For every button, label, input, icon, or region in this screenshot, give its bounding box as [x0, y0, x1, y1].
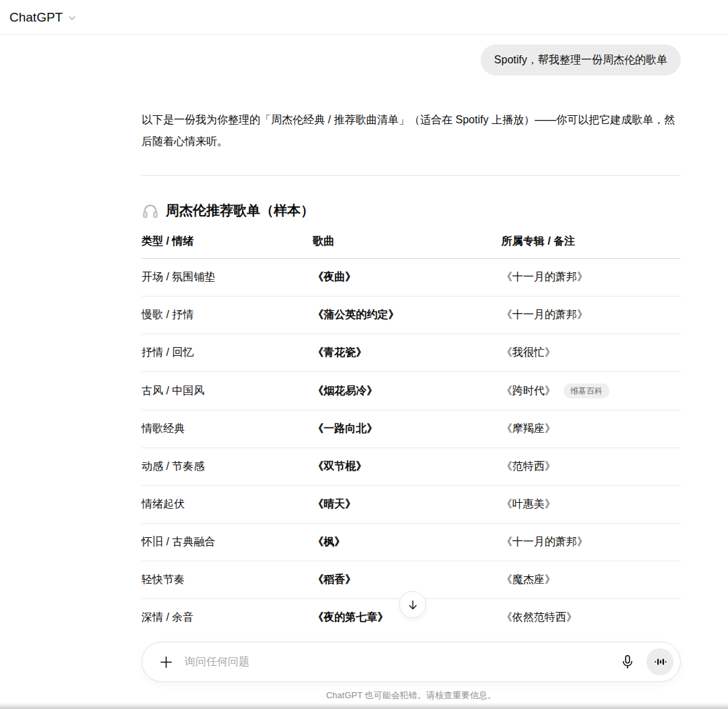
row-album: 《依然范特西》 [502, 611, 681, 625]
table-row: 抒情 / 回忆 《青花瓷》 《我很忙》 [142, 334, 681, 372]
row-type: 动感 / 节奏感 [142, 460, 313, 474]
row-album: 《叶惠美》 [502, 497, 681, 512]
row-album-text: 《十一月的萧邦》 [502, 270, 588, 284]
column-header-type: 类型 / 情绪 [142, 235, 313, 249]
row-album-text: 《十一月的萧邦》 [502, 535, 588, 549]
table-row: 情绪起伏 《晴天》 《叶惠美》 [142, 486, 681, 524]
column-header-album: 所属专辑 / 备注 [502, 235, 681, 249]
top-bar: ChatGPT [0, 0, 728, 35]
table-row: 开场 / 氛围铺垫 《夜曲》 《十一月的萧邦》 [142, 259, 681, 297]
row-album-text: 《十一月的萧邦》 [502, 308, 588, 322]
attach-button[interactable] [158, 654, 174, 670]
row-album-text: 《我很忙》 [502, 346, 555, 360]
plus-icon [158, 654, 174, 670]
column-header-song: 歌曲 [313, 235, 502, 249]
scroll-to-bottom-button[interactable] [399, 591, 426, 618]
row-type: 抒情 / 回忆 [142, 346, 313, 360]
voice-mode-button[interactable] [646, 648, 673, 675]
row-song: 《夜曲》 [313, 270, 502, 284]
playlist-heading: 周杰伦推荐歌单（样本） [142, 202, 681, 220]
row-album: 《十一月的萧邦》 [502, 270, 681, 284]
user-message-bubble: Spotify，帮我整理一份周杰伦的歌单 [481, 44, 681, 75]
model-switcher-button[interactable]: ChatGPT [9, 10, 78, 25]
row-album-text: 《魔杰座》 [502, 573, 555, 587]
table-row: 情歌经典 《一路向北》 《摩羯座》 [142, 410, 681, 448]
row-song: 《晴天》 [313, 497, 502, 512]
voice-waveform-icon [653, 655, 667, 669]
bottom-edge-fade [0, 703, 728, 709]
disclaimer-text: ChatGPT 也可能会犯错。请核查重要信息。 [142, 689, 681, 702]
row-album: 《跨时代》 维基百科 [502, 383, 681, 398]
conversation-area: Spotify，帮我整理一份周杰伦的歌单 以下是一份我为你整理的「周杰伦经典 /… [142, 44, 681, 636]
row-song: 《青花瓷》 [313, 346, 502, 360]
table-row: 动感 / 节奏感 《双节棍》 《范特西》 [142, 448, 681, 486]
row-song: 《蒲公英的约定》 [313, 308, 502, 322]
playlist-table: 类型 / 情绪 歌曲 所属专辑 / 备注 开场 / 氛围铺垫 《夜曲》 《十一月… [142, 235, 681, 636]
row-album: 《十一月的萧邦》 [502, 308, 681, 322]
chevron-down-icon [67, 13, 78, 24]
table-header-row: 类型 / 情绪 歌曲 所属专辑 / 备注 [142, 235, 681, 259]
row-type: 情歌经典 [142, 422, 313, 436]
table-row: 慢歌 / 抒情 《蒲公英的约定》 《十一月的萧邦》 [142, 297, 681, 334]
table-row: 古风 / 中国风 《烟花易冷》 《跨时代》 维基百科 [142, 372, 681, 410]
row-type: 轻快节奏 [142, 573, 313, 587]
row-album-text: 《跨时代》 [502, 384, 555, 398]
row-album: 《十一月的萧邦》 [502, 535, 681, 549]
playlist-heading-text: 周杰伦推荐歌单（样本） [166, 202, 314, 220]
source-badge[interactable]: 维基百科 [564, 383, 609, 398]
row-album: 《摩羯座》 [502, 422, 681, 436]
row-song: 《稻香》 [313, 573, 502, 587]
row-album-text: 《范特西》 [502, 460, 555, 474]
table-row: 怀旧 / 古典融合 《枫》 《十一月的萧邦》 [142, 524, 681, 561]
row-album-text: 《摩羯座》 [502, 422, 555, 436]
table-body: 开场 / 氛围铺垫 《夜曲》 《十一月的萧邦》 慢歌 / 抒情 《蒲公英的约定》… [142, 259, 681, 636]
app-title: ChatGPT [9, 10, 63, 25]
row-album: 《魔杰座》 [502, 573, 681, 587]
row-song: 《枫》 [313, 535, 502, 549]
arrow-down-icon [406, 598, 419, 611]
user-message-row: Spotify，帮我整理一份周杰伦的歌单 [142, 44, 681, 75]
row-type: 怀旧 / 古典融合 [142, 535, 313, 549]
row-type: 深情 / 余音 [142, 611, 313, 625]
row-album: 《我很忙》 [502, 346, 681, 360]
row-album-text: 《依然范特西》 [502, 611, 577, 625]
section-divider [142, 175, 681, 176]
row-song: 《烟花易冷》 [313, 384, 502, 398]
row-type: 慢歌 / 抒情 [142, 308, 313, 322]
row-song: 《双节棍》 [313, 460, 502, 474]
row-type: 情绪起伏 [142, 497, 313, 512]
assistant-message: 以下是一份我为你整理的「周杰伦经典 / 推荐歌曲清单」（适合在 Spotify … [142, 109, 681, 152]
dictate-button[interactable] [619, 654, 636, 670]
microphone-icon [619, 654, 636, 670]
headphones-icon [142, 202, 159, 220]
chat-input[interactable] [185, 656, 619, 668]
row-album: 《范特西》 [502, 460, 681, 474]
composer [142, 642, 681, 682]
row-song: 《一路向北》 [313, 422, 502, 436]
row-type: 古风 / 中国风 [142, 384, 313, 398]
row-album-text: 《叶惠美》 [502, 497, 555, 512]
row-type: 开场 / 氛围铺垫 [142, 270, 313, 284]
